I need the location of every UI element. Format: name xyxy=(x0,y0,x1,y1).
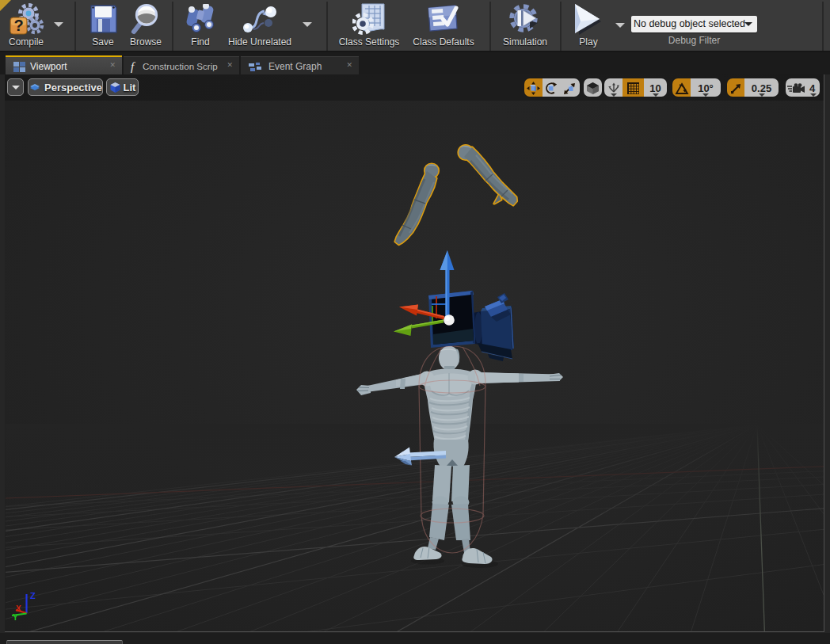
svg-text:?: ? xyxy=(13,17,23,34)
svg-text:Z: Z xyxy=(30,591,36,600)
svg-text:Y: Y xyxy=(13,613,18,622)
svg-text:f: f xyxy=(131,60,135,73)
svg-text:X: X xyxy=(16,604,21,613)
